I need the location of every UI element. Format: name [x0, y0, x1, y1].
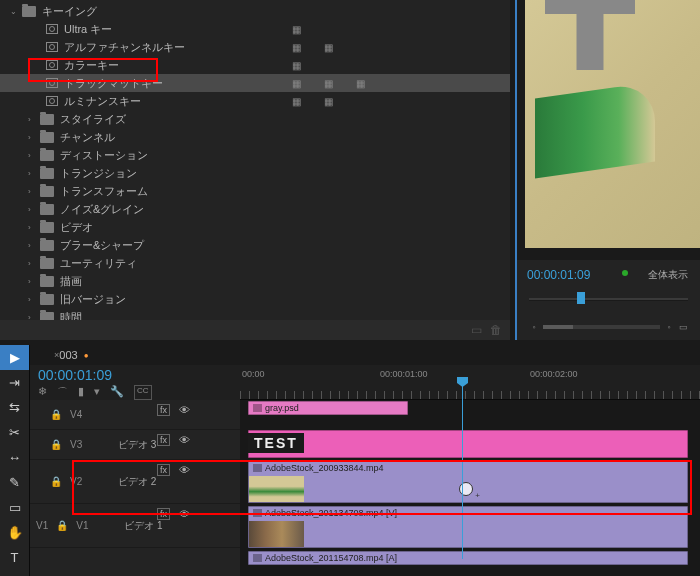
- track-label: V1: [76, 520, 96, 531]
- zoom-in-icon[interactable]: ◦: [664, 322, 674, 332]
- track-name: ビデオ 2: [118, 475, 156, 489]
- eye-icon[interactable]: 👁: [179, 434, 190, 446]
- settings-icon[interactable]: ▾: [94, 385, 100, 400]
- fx-badge-icon[interactable]: fx: [157, 404, 170, 416]
- playhead[interactable]: [462, 383, 463, 559]
- monitor-controls: 00:00:01:09 全体表示 ◦ ◦ ▭: [517, 260, 700, 340]
- linked-selection-icon[interactable]: ⌒: [57, 385, 68, 400]
- razor-tool[interactable]: ✂: [0, 420, 29, 445]
- source-patch[interactable]: V1: [36, 520, 48, 531]
- marker-icon[interactable]: ▮: [78, 385, 84, 400]
- trash-icon[interactable]: 🗑: [490, 323, 502, 337]
- clips-area[interactable]: gray.psd TEST AdobeStock_200933844.mp4 A…: [240, 400, 700, 576]
- effect-label: カラーキー: [64, 58, 119, 73]
- clip-label: gray.psd: [265, 403, 299, 413]
- timeline-timecode[interactable]: 00:00:01:09: [38, 367, 232, 383]
- eye-icon[interactable]: 👁: [179, 404, 190, 416]
- effects-folder-utility[interactable]: ›ユーティリティ: [0, 254, 510, 272]
- preset-icon: [46, 24, 58, 34]
- effect-track-matte-key[interactable]: トラックマットキー ▦▦▦: [0, 74, 510, 92]
- clip-stock1[interactable]: AdobeStock_200933844.mp4: [248, 461, 688, 503]
- timeline-header: 00:00:01:09 ❄ ⌒ ▮ ▾ 🔧 CC 00:00 00:00:01:…: [30, 365, 700, 400]
- eye-icon[interactable]: 👁: [179, 464, 190, 476]
- new-bin-icon[interactable]: ▭: [471, 323, 482, 337]
- clip-gray-psd[interactable]: gray.psd: [248, 401, 408, 415]
- effect-luminance-key[interactable]: ルミナンスキー ▦▦: [0, 92, 510, 110]
- track-select-tool[interactable]: ⇥: [0, 370, 29, 395]
- clip-label: AdobeStock_201134708.mp4 [V]: [265, 508, 397, 518]
- folder-label: 旧バージョン: [60, 292, 126, 307]
- effect-color-key[interactable]: カラーキー ▦: [0, 56, 510, 74]
- track-header-v4[interactable]: 🔒 V4 fx 👁: [30, 400, 240, 430]
- lock-icon[interactable]: 🔒: [50, 409, 62, 420]
- accel-icon: ▦: [290, 59, 302, 71]
- zoom-out-icon[interactable]: ◦: [529, 322, 539, 332]
- snap-icon[interactable]: ❄: [38, 385, 47, 400]
- sequence-name: 003: [59, 349, 77, 361]
- effects-folder-generate[interactable]: ›描画: [0, 272, 510, 290]
- preset-icon: [46, 42, 58, 52]
- clip-label: AdobeStock_200933844.mp4: [265, 463, 384, 473]
- folder-label: ユーティリティ: [60, 256, 137, 271]
- slip-tool[interactable]: ↔: [0, 445, 29, 470]
- effect-ultra-key[interactable]: Ultra キー ▦: [0, 20, 510, 38]
- timeline-main: × 003 ● 00:00:01:09 ❄ ⌒ ▮ ▾ 🔧 CC 00:00 0…: [30, 345, 700, 576]
- playhead-thumb-icon[interactable]: [577, 292, 585, 304]
- effects-folder-obsolete[interactable]: ›旧バージョン: [0, 290, 510, 308]
- effects-folder-distortion[interactable]: ›ディストーション: [0, 146, 510, 164]
- fx-badge-icon[interactable]: fx: [157, 434, 170, 446]
- sequence-tab[interactable]: × 003 ●: [30, 345, 700, 365]
- tracks-area: 🔒 V4 fx 👁 🔒 V3 ビデオ 3 fx 👁 🔒 V2 ビデオ 2 fx: [30, 400, 700, 576]
- effect-label: ルミナンスキー: [64, 94, 141, 109]
- clip-label: AdobeStock_201154708.mp4 [A]: [265, 553, 397, 563]
- wrench-icon[interactable]: 🔧: [110, 385, 124, 400]
- monitor-scrubber[interactable]: [529, 290, 688, 310]
- clip-thumbnail: [249, 521, 304, 547]
- chevron-right-icon: ›: [28, 133, 38, 142]
- folder-icon: [40, 294, 54, 305]
- zoom-select[interactable]: 全体表示: [648, 268, 688, 282]
- track-header-v2[interactable]: 🔒 V2 ビデオ 2 fx 👁: [30, 460, 240, 504]
- monitor-timecode[interactable]: 00:00:01:09: [527, 268, 590, 282]
- effects-folder-channel[interactable]: ›チャンネル: [0, 128, 510, 146]
- fx-badge-icon[interactable]: fx: [157, 464, 170, 476]
- accel-icon: ▦: [354, 77, 366, 89]
- ruler-tick: 00:00:01:00: [380, 369, 428, 379]
- effect-alpha-channel-key[interactable]: アルファチャンネルキー ▦▦: [0, 38, 510, 56]
- effects-folder-noise-grain[interactable]: ›ノイズ&グレイン: [0, 200, 510, 218]
- effects-folder-stylize[interactable]: ›スタイライズ: [0, 110, 510, 128]
- effects-folder-transform[interactable]: ›トランスフォーム: [0, 182, 510, 200]
- fx-badge-icon[interactable]: fx: [157, 508, 170, 520]
- ripple-edit-tool[interactable]: ⇆: [0, 395, 29, 420]
- program-monitor: 00:00:01:09 全体表示 ◦ ◦ ▭: [515, 0, 700, 340]
- track-header-v1[interactable]: V1 🔒 V1 ビデオ 1 fx 👁: [30, 504, 240, 548]
- effects-folder-transition[interactable]: ›トランジション: [0, 164, 510, 182]
- type-tool[interactable]: T: [0, 545, 29, 570]
- selection-tool[interactable]: ▶: [0, 345, 29, 370]
- time-ruler[interactable]: 00:00 00:00:01:00 00:00:02:00: [240, 365, 700, 400]
- zoom-slider[interactable]: ◦ ◦ ▭: [529, 322, 688, 332]
- hand-tool[interactable]: ✋: [0, 520, 29, 545]
- folder-label: ノイズ&グレイン: [60, 202, 144, 217]
- clip-stock3[interactable]: AdobeStock_201154708.mp4 [A]: [248, 551, 688, 565]
- clip-stock2[interactable]: AdobeStock_201134708.mp4 [V]: [248, 506, 688, 548]
- chevron-right-icon: ›: [28, 259, 38, 268]
- track-header-v3[interactable]: 🔒 V3 ビデオ 3 fx 👁: [30, 430, 240, 460]
- zoom-fit-icon[interactable]: ▭: [678, 322, 688, 332]
- rectangle-tool[interactable]: ▭: [0, 495, 29, 520]
- clip-type-icon: [253, 404, 262, 412]
- folder-label: トランスフォーム: [60, 184, 148, 199]
- lock-icon[interactable]: 🔒: [50, 439, 62, 450]
- chevron-right-icon: ›: [28, 115, 38, 124]
- lock-icon[interactable]: 🔒: [56, 520, 68, 531]
- eye-icon[interactable]: 👁: [179, 508, 190, 520]
- pen-tool[interactable]: ✎: [0, 470, 29, 495]
- lock-icon[interactable]: 🔒: [50, 476, 62, 487]
- effects-category-keying[interactable]: ⌄ キーイング: [0, 2, 510, 20]
- preview-viewport[interactable]: [525, 0, 700, 248]
- effects-folder-blur-sharpen[interactable]: ›ブラー&シャープ: [0, 236, 510, 254]
- clip-title[interactable]: [248, 430, 688, 458]
- effects-folder-video[interactable]: ›ビデオ: [0, 218, 510, 236]
- chevron-right-icon: ›: [28, 223, 38, 232]
- cc-icon[interactable]: CC: [134, 385, 152, 400]
